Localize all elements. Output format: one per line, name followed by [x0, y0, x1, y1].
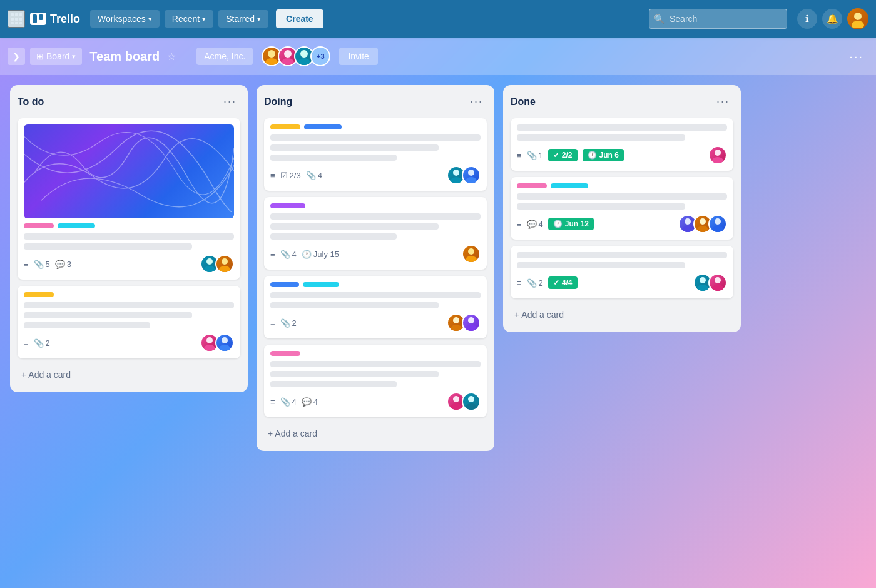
svg-point-38	[451, 403, 462, 410]
sidebar-toggle-button[interactable]: ❯	[8, 48, 25, 65]
dnc2-avatar-3	[708, 215, 727, 233]
done-card-2-labels	[517, 183, 727, 188]
workspace-button[interactable]: Acme, Inc.	[196, 48, 253, 65]
board-more-button[interactable]: ···	[844, 47, 868, 66]
done-column-title: Done	[511, 96, 536, 108]
dnc1-line-1	[517, 124, 727, 131]
star-button[interactable]: ☆	[167, 51, 176, 63]
todo-card-1[interactable]: ≡ 📎 5 💬 3	[18, 118, 240, 280]
trello-logo[interactable]: Trello	[30, 13, 80, 26]
dnc3-attach: 📎 2	[527, 278, 543, 288]
comment-icon: 💬	[55, 260, 65, 269]
todo-column-header: To do ···	[18, 93, 240, 112]
doing-column-menu-button[interactable]: ···	[466, 94, 487, 109]
invite-button[interactable]: Invite	[339, 48, 377, 65]
doing-card-2[interactable]: ≡ 📎 4 🕐 July 15	[264, 197, 487, 270]
done-add-card-button[interactable]: + Add a card	[511, 305, 733, 325]
done-card-1[interactable]: ≡ 📎 1 ✓ 2/2 🕐 Jun 6	[511, 118, 733, 171]
dc3-av2	[463, 315, 479, 331]
svg-point-19	[206, 258, 213, 265]
svg-rect-3	[11, 18, 14, 21]
card-1-avatars	[200, 255, 234, 273]
svg-point-50	[697, 285, 708, 291]
done-column: Done ··· ≡ 📎 1 ✓ 2/2 �	[503, 85, 741, 332]
svg-point-16	[282, 58, 294, 65]
dc2-due: 🕐 July 15	[302, 250, 339, 259]
done-column-menu-button[interactable]: ···	[713, 94, 733, 109]
dc2-avatar-1	[462, 245, 481, 263]
svg-point-27	[453, 170, 459, 176]
doing-card-4[interactable]: ≡ 📎 4 💬 4	[264, 345, 487, 417]
trello-logo-icon	[30, 13, 46, 25]
done-card-3[interactable]: ≡ 📎 2 ✓ 4/4	[511, 246, 733, 298]
search-input[interactable]	[649, 9, 787, 29]
dc2-av1	[463, 246, 479, 262]
starred-menu[interactable]: Starred ▾	[218, 10, 268, 28]
doing-card-1-labels	[270, 124, 481, 129]
doing-card-4-labels	[270, 351, 481, 356]
done-card-2-meta: ≡ 💬 4 🕐 Jun 12	[517, 218, 672, 230]
svg-point-42	[712, 157, 723, 163]
svg-point-17	[300, 50, 308, 58]
svg-point-52	[712, 285, 723, 291]
todo-column-title: To do	[18, 96, 44, 108]
svg-point-30	[466, 177, 477, 183]
todo-card-2[interactable]: ≡ 📎 2	[18, 286, 240, 358]
card-1-meta: ≡ 📎 5 💬 3	[24, 260, 194, 269]
clock-icon-dn2: 🕐	[553, 220, 563, 228]
info-button[interactable]: ℹ	[797, 9, 817, 29]
notifications-button[interactable]: 🔔	[822, 9, 842, 29]
dc3-attach: 📎 2	[280, 318, 297, 328]
hamburger-icon-d4: ≡	[270, 397, 275, 407]
create-button[interactable]: Create	[276, 9, 323, 28]
done-card-2-avatars	[678, 215, 727, 233]
divider	[186, 47, 186, 66]
attach-icon-d3: 📎	[280, 318, 290, 328]
doing-card-1[interactable]: ≡ ☑ 2/3 📎 4	[264, 118, 487, 191]
user-avatar[interactable]	[847, 8, 868, 29]
svg-point-14	[265, 58, 278, 65]
avatar-image	[849, 10, 867, 28]
done-card-2[interactable]: ≡ 💬 4 🕐 Jun 12	[511, 177, 733, 240]
card-1-footer: ≡ 📎 5 💬 3	[24, 255, 234, 273]
dc2-attach: 📎 4	[280, 250, 297, 259]
doing-add-card-button[interactable]: + Add a card	[264, 423, 487, 444]
dc2-line-3	[270, 233, 397, 240]
todo-column-menu-button[interactable]: ···	[220, 94, 240, 109]
svg-point-45	[700, 218, 706, 225]
grid-menu-button[interactable]	[8, 10, 25, 28]
dc4-av2	[463, 393, 479, 410]
member-count-badge[interactable]: +3	[310, 46, 330, 66]
attach-icon-dn1: 📎	[527, 151, 537, 160]
svg-rect-8	[19, 22, 22, 24]
label-cyan-dn2	[551, 183, 588, 188]
card-avatar-blue	[216, 335, 233, 351]
svg-point-41	[715, 150, 721, 156]
workspaces-menu[interactable]: Workspaces ▾	[90, 10, 160, 28]
svg-point-29	[468, 170, 474, 176]
label-pink-d4	[270, 351, 300, 356]
svg-point-20	[204, 266, 215, 272]
svg-point-23	[206, 337, 213, 343]
label-cyan-d3	[303, 282, 339, 287]
doing-card-4-avatars	[447, 392, 481, 411]
doing-card-3[interactable]: ≡ 📎 2	[264, 276, 487, 338]
label-purple-d2	[270, 203, 305, 208]
card-2-footer: ≡ 📎 2	[24, 333, 234, 352]
board-view-button[interactable]: ⊞ Board ▾	[30, 48, 82, 65]
attach-icon-d1: 📎	[306, 171, 316, 180]
svg-point-40	[466, 403, 477, 410]
card-1-labels	[24, 223, 234, 228]
recent-menu[interactable]: Recent ▾	[165, 10, 213, 28]
dc3-line-1	[270, 292, 481, 298]
doing-card-2-meta: ≡ 📎 4 🕐 July 15	[270, 250, 456, 259]
label-yellow	[24, 292, 54, 297]
card-2-avatars	[200, 333, 234, 352]
attach-icon-d2: 📎	[280, 250, 290, 259]
svg-rect-10	[39, 14, 43, 20]
dc4-attach: 📎 4	[280, 397, 297, 407]
attach-icon-dn3: 📎	[527, 278, 537, 288]
todo-add-card-button[interactable]: + Add a card	[18, 365, 240, 385]
hamburger-icon-d2: ≡	[270, 250, 275, 259]
dnc2-comment: 💬 4	[527, 220, 543, 229]
